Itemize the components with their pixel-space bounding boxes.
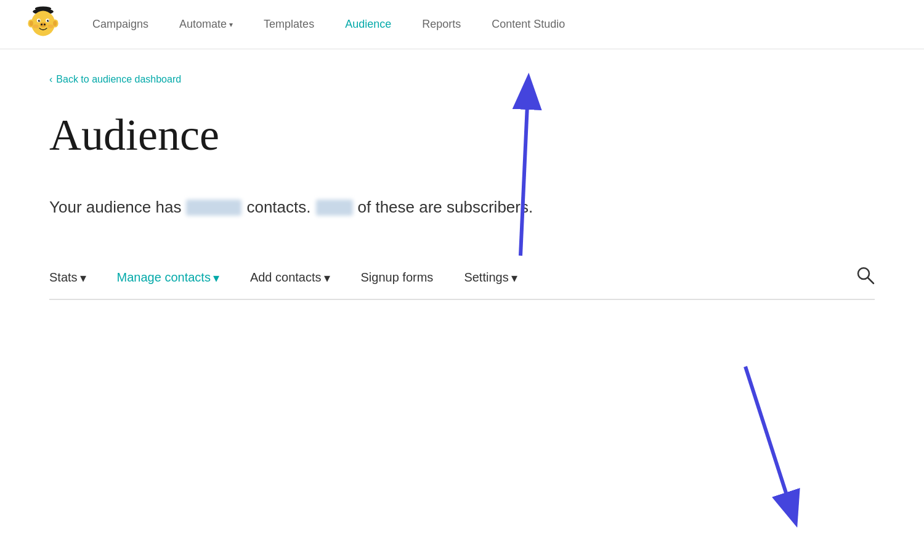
svg-point-6 — [38, 20, 41, 22]
logo-container[interactable] — [25, 5, 62, 44]
nav-links: Campaigns Automate ▾ Templates Audience … — [92, 18, 565, 31]
svg-point-7 — [47, 20, 49, 22]
stats-after: of these are subscribers. — [358, 198, 533, 217]
nav-automate[interactable]: Automate ▾ — [179, 18, 233, 31]
annotation-arrow-search — [745, 367, 792, 510]
nav-templates[interactable]: Templates — [264, 18, 314, 31]
back-link-label: Back to audience dashboard — [56, 74, 181, 85]
svg-point-15 — [30, 20, 33, 25]
add-contacts-dropdown-icon: ▾ — [324, 270, 330, 285]
stats-dropdown-icon: ▾ — [80, 270, 86, 285]
nav-content-studio[interactable]: Content Studio — [492, 18, 565, 31]
stats-before: Your audience has — [49, 198, 181, 217]
svg-point-12 — [44, 23, 46, 25]
svg-point-16 — [53, 20, 57, 25]
sub-nav: Stats ▾ Manage contacts ▾ Add contacts ▾… — [49, 266, 875, 300]
svg-point-8 — [39, 20, 39, 20]
sub-nav-add-contacts[interactable]: Add contacts ▾ — [250, 270, 330, 285]
automate-dropdown-icon: ▾ — [229, 20, 233, 29]
svg-point-2 — [35, 6, 51, 10]
svg-point-17 — [33, 24, 39, 28]
settings-dropdown-icon: ▾ — [511, 270, 517, 285]
subscribers-count-blurred — [316, 200, 353, 216]
svg-point-18 — [47, 24, 54, 28]
search-icon[interactable] — [856, 266, 875, 289]
contacts-count-blurred — [186, 200, 241, 216]
sub-nav-settings[interactable]: Settings ▾ — [464, 270, 517, 285]
nav-reports[interactable]: Reports — [422, 18, 461, 31]
page-title: Audience — [49, 110, 875, 161]
svg-line-20 — [868, 278, 873, 283]
sub-nav-manage-contacts[interactable]: Manage contacts ▾ — [117, 270, 219, 285]
nav-campaigns[interactable]: Campaigns — [92, 18, 148, 31]
main-content: ‹ Back to audience dashboard Audience Yo… — [0, 49, 924, 325]
svg-point-10 — [40, 22, 47, 27]
sub-nav-stats[interactable]: Stats ▾ — [49, 270, 86, 285]
svg-point-9 — [48, 20, 49, 20]
navbar: Campaigns Automate ▾ Templates Audience … — [0, 0, 924, 49]
mailchimp-logo — [25, 5, 62, 42]
stats-text: Your audience has contacts. of these are… — [49, 198, 875, 217]
svg-point-11 — [41, 23, 43, 25]
nav-audience[interactable]: Audience — [345, 18, 391, 31]
stats-middle: contacts. — [246, 198, 310, 217]
back-chevron-icon: ‹ — [49, 74, 52, 85]
back-link[interactable]: ‹ Back to audience dashboard — [49, 74, 875, 85]
manage-contacts-dropdown-icon: ▾ — [213, 270, 219, 285]
sub-nav-signup-forms[interactable]: Signup forms — [361, 270, 434, 285]
